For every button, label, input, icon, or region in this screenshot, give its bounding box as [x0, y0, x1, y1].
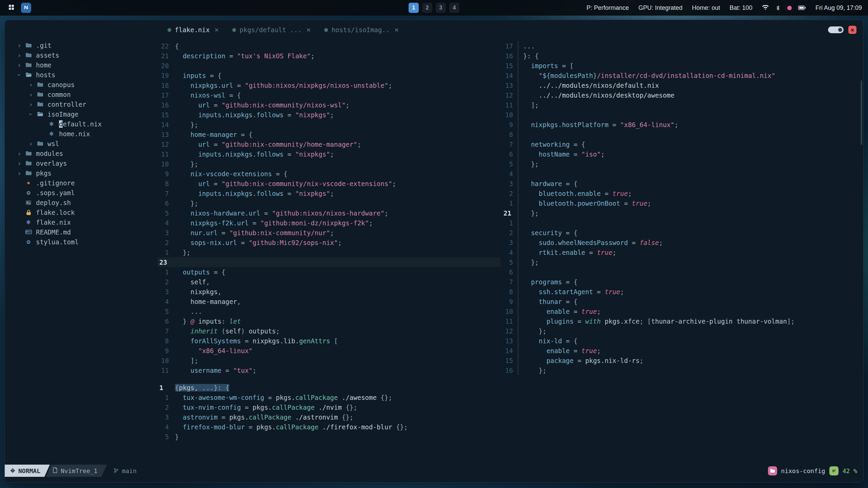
tree-item-default.nix[interactable]: ❄default.nix	[5, 119, 157, 129]
tree-item-.sops.yaml[interactable]: ⚙.sops.yaml	[5, 188, 157, 198]
tree-item-deploy.sh[interactable]: deploy.sh	[5, 198, 157, 207]
chevron-down-icon[interactable]: ›	[26, 111, 35, 118]
code-line[interactable]: 21 };	[501, 208, 863, 218]
tree-item-stylua.toml[interactable]: ⚙stylua.toml	[5, 237, 157, 247]
code-line[interactable]: 9 thunar = {	[501, 297, 863, 306]
tree-item-wsl[interactable]: ›wsl	[5, 139, 157, 148]
code-line[interactable]: 7 inputs.nixpkgs.follows = "nixpkgs";	[157, 188, 500, 198]
code-line[interactable]: 8	[501, 129, 863, 139]
code-line[interactable]: 19 inputs = {	[157, 70, 500, 80]
code-line[interactable]: 23	[157, 257, 500, 267]
code-line[interactable]: 9 "x86_64-linux"	[157, 346, 500, 355]
bluetooth-icon[interactable]	[775, 5, 781, 11]
code-line[interactable]: 2 bluetooth.enable = true;	[501, 188, 863, 198]
code-line[interactable]: 7 programs = {	[501, 277, 863, 287]
code-line[interactable]: 5 };	[501, 159, 863, 169]
code-line[interactable]: 17...	[501, 41, 863, 51]
code-line[interactable]: 4 nixpkgs-f2k.url = "github:moni-dz/nixp…	[157, 218, 500, 228]
code-line[interactable]: 22{	[157, 41, 500, 51]
workspace-button-3[interactable]: 3	[436, 3, 446, 13]
chevron-down-icon[interactable]: ›	[15, 72, 24, 78]
code-line[interactable]: 1{pkgs, ...}: {	[157, 383, 863, 392]
code-line[interactable]: 9 nixpkgs.hostPlatform = "x86_64-linux";	[501, 120, 863, 129]
tree-item-.gitignore[interactable]: ◆.gitignore	[5, 178, 157, 188]
code-line[interactable]: 5 };	[501, 257, 863, 267]
tab-close-icon[interactable]: ×	[214, 26, 219, 34]
code-line[interactable]: 1 bluetooth.powerOnBoot = true;	[501, 198, 863, 208]
code-line[interactable]: 20	[157, 61, 500, 70]
workspace-button-1[interactable]: 1	[409, 3, 419, 13]
chevron-right-icon[interactable]: ›	[15, 160, 24, 167]
tab-pkgs-default-...[interactable]: ❄pkgs/default ...×	[225, 20, 317, 40]
code-line[interactable]: 4	[501, 169, 863, 179]
code-line[interactable]: 6 };	[157, 198, 500, 208]
pin-toggle-button[interactable]	[828, 26, 844, 33]
code-line[interactable]: 16 };	[501, 365, 863, 375]
code-line[interactable]: 3 nixpkgs,	[157, 287, 500, 297]
color-dot-icon[interactable]	[787, 5, 792, 11]
scrollbar-thumb[interactable]	[861, 80, 862, 145]
tab-hosts-isoImag..[interactable]: ❄hosts/isoImag..×	[317, 20, 406, 40]
battery-icon[interactable]	[798, 5, 806, 10]
code-line[interactable]: 14 enable = true;	[501, 346, 863, 355]
code-line[interactable]: 1 outputs = {	[157, 267, 500, 277]
code-line[interactable]: 16}: {	[501, 51, 863, 61]
code-line[interactable]: 1 tux-awesome-wm-config = pkgs.callPacka…	[157, 392, 863, 402]
code-line[interactable]: 14 };	[157, 120, 500, 129]
tree-item-isoImage[interactable]: ›isoImage	[5, 109, 157, 119]
workspace-button-4[interactable]: 4	[449, 3, 459, 13]
code-line[interactable]: 8 forAllSystems = nixpkgs.lib.genAttrs [	[157, 336, 500, 346]
tree-item-overlays[interactable]: ›overlays	[5, 158, 157, 168]
code-line[interactable]: 2 security = {	[501, 228, 863, 238]
code-line[interactable]: 3 sudo.wheelNeedsPassword = false;	[501, 238, 863, 247]
code-line[interactable]: 17 nixos-wsl = {	[157, 90, 500, 100]
app-icon-button[interactable]	[21, 3, 31, 13]
code-line[interactable]: 5}	[157, 432, 863, 442]
tree-item-hosts[interactable]: ›hosts	[5, 70, 157, 80]
chevron-right-icon[interactable]: ›	[15, 42, 24, 49]
code-line[interactable]: 8 ssh.startAgent = true;	[501, 287, 863, 297]
code-line[interactable]: 3 nur.url = "github:nix-community/nur";	[157, 228, 500, 238]
editor-pane-flake-nix[interactable]: 22{21 description = "tux's NixOS Flake";…	[157, 41, 500, 375]
tree-item-.git[interactable]: ›.git	[5, 40, 157, 50]
code-line[interactable]: 7 networking = {	[501, 139, 863, 149]
tree-item-home[interactable]: ›home	[5, 60, 157, 70]
tab-flake.nix[interactable]: ❄flake.nix×	[161, 20, 225, 40]
code-line[interactable]: 3 hardware = {	[501, 179, 863, 188]
tab-close-icon[interactable]: ×	[394, 26, 399, 34]
code-line[interactable]: 1	[501, 218, 863, 228]
code-line[interactable]: 13 home-manager = {	[157, 129, 500, 139]
code-line[interactable]: 12 ../../modules/nixos/desktop/awesome	[501, 90, 863, 100]
code-line[interactable]: 5 nixos-hardware.url = "github:nixos/nix…	[157, 208, 500, 218]
chevron-right-icon[interactable]: ›	[26, 81, 35, 88]
code-line[interactable]: 6 } @ inputs: let	[157, 316, 500, 326]
code-line[interactable]: 10 };	[157, 159, 500, 169]
tree-item-controller[interactable]: ›controller	[5, 99, 157, 109]
wifi-icon[interactable]	[762, 5, 769, 11]
tree-item-pkgs[interactable]: ›pkgs	[5, 168, 157, 178]
tree-item-modules[interactable]: ›modules	[5, 148, 157, 158]
code-line[interactable]: 15 inputs.nixpkgs.follows = "nixpkgs";	[157, 110, 500, 120]
nvimtree-file-explorer[interactable]: ›.git›assets›home›hosts›canopus›common›c…	[5, 40, 157, 465]
code-line[interactable]: 16 url = "github:nix-community/nixos-wsl…	[157, 100, 500, 110]
editor-pane-hosts-isoimage-default-nix[interactable]: 17...16}: {15 imports = [14 "${modulesPa…	[501, 41, 863, 375]
tree-item-home.nix[interactable]: ❄home.nix	[5, 129, 157, 139]
chevron-right-icon[interactable]: ›	[26, 140, 35, 147]
chevron-right-icon[interactable]: ›	[15, 150, 24, 157]
code-line[interactable]: 3 astronvim = pkgs.callPackage ./astronv…	[157, 412, 863, 422]
editor-pane-pkgs-default-nix[interactable]: 1{pkgs, ...}: {1 tux-awesome-wm-config =…	[157, 383, 863, 442]
tree-item-flake.nix[interactable]: ❄flake.nix	[5, 217, 157, 227]
tree-item-README.md[interactable]: README.md	[5, 227, 157, 237]
code-line[interactable]: 2 tux-nvim-config = pkgs.callPackage ./n…	[157, 402, 863, 412]
code-line[interactable]: 14 "${modulesPath}/installer/cd-dvd/inst…	[501, 70, 863, 80]
code-line[interactable]: 10	[501, 110, 863, 120]
code-line[interactable]: 4 rtkit.enable = true;	[501, 247, 863, 257]
code-line[interactable]: 9 nix-vscode-extensions = {	[157, 169, 500, 179]
code-line[interactable]: 5 ...	[157, 306, 500, 316]
code-line[interactable]: 4 home-manager,	[157, 297, 500, 306]
code-line[interactable]: 2 self,	[157, 277, 500, 287]
chevron-right-icon[interactable]: ›	[15, 62, 24, 68]
chevron-right-icon[interactable]: ›	[26, 101, 35, 108]
code-line[interactable]: 2 sops-nix.url = "github:Mic92/sops-nix"…	[157, 238, 500, 247]
tree-item-assets[interactable]: ›assets	[5, 50, 157, 60]
